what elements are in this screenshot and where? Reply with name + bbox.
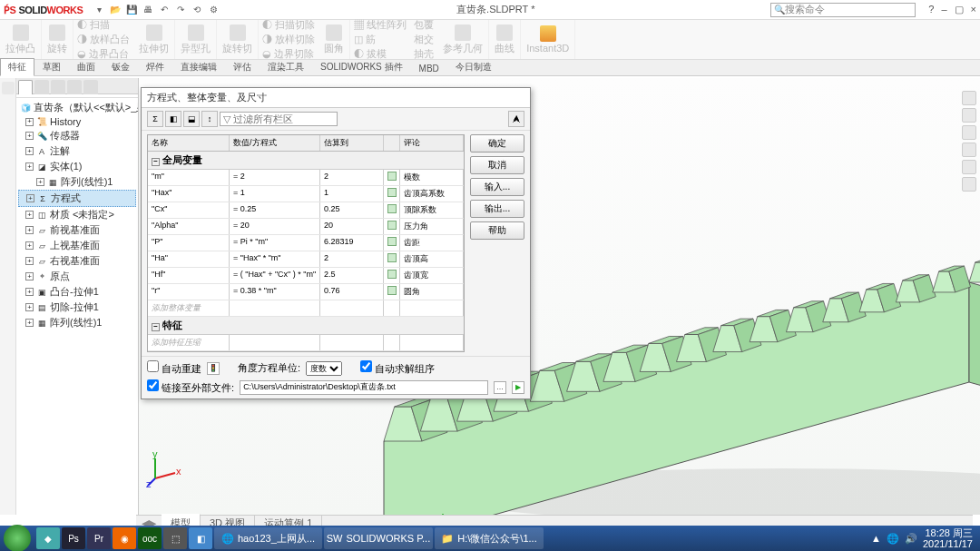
undo-icon[interactable]: ↶	[157, 3, 172, 17]
table-row[interactable]: "Hf"= ( "Hax" + "Cx" ) * "m"2.5齿顶宽	[148, 268, 464, 284]
view-icon[interactable]: ⬓	[183, 111, 200, 127]
table-row[interactable]: "P"= Pi * "m"6.28319齿距	[148, 235, 464, 251]
table-row-empty[interactable]: 添加整体变量	[148, 300, 464, 317]
taskbar-task[interactable]: 🌐hao123_上网从...	[214, 527, 322, 549]
tray-icon[interactable]: ▲	[871, 533, 881, 544]
tree-item[interactable]: +📜History	[18, 115, 136, 128]
expand-icon[interactable]: +	[25, 319, 34, 327]
new-icon[interactable]: ▾	[92, 3, 106, 17]
table-row[interactable]: "m"= 22模数	[148, 170, 464, 186]
taskbar-task[interactable]: SWSOLIDWORKS P...	[324, 527, 433, 549]
tree-item[interactable]: +🔦传感器	[18, 128, 136, 143]
help-icon[interactable]: ?	[928, 4, 934, 15]
feature-tree[interactable]: 🧊 直齿条（默认<<默认>_显示状态 1>） +📜History+🔦传感器+A注…	[16, 98, 138, 515]
export-button[interactable]: 输出...	[470, 200, 524, 218]
view-icon[interactable]: Σ	[147, 111, 163, 127]
help-button[interactable]: 帮助	[470, 221, 524, 240]
browse-icon[interactable]: …	[494, 381, 506, 394]
pinned-app[interactable]: Ps	[62, 527, 85, 549]
table-row[interactable]: "Hax"= 11齿顶高系数	[148, 186, 464, 202]
tab-直接编辑[interactable]: 直接编辑	[172, 58, 225, 75]
rebuild-icon[interactable]: 🚦	[207, 362, 220, 375]
view-icon[interactable]: ↕	[201, 111, 218, 127]
collapse-icon[interactable]: ⮝	[508, 111, 524, 127]
expand-icon[interactable]: +	[25, 241, 34, 250]
pinned-app[interactable]: ◆	[36, 527, 60, 549]
tab-MBD[interactable]: MBD	[411, 61, 447, 75]
fm-tab-tree[interactable]	[18, 80, 33, 94]
taskbar-task[interactable]: 📁H:\微信公众号\1...	[435, 527, 544, 549]
angle-unit-select[interactable]: 度数	[306, 361, 342, 376]
expand-icon[interactable]: +	[25, 132, 34, 140]
tree-item[interactable]: +▱上视基准面	[18, 238, 136, 253]
expand-icon[interactable]: +	[25, 272, 34, 280]
open-icon[interactable]: 📂	[108, 3, 122, 17]
open-file-icon[interactable]: ▶	[512, 381, 524, 394]
pinned-app[interactable]: ooc	[138, 527, 162, 549]
tree-item[interactable]: +Σ方程式	[18, 190, 136, 207]
taskpane-tab[interactable]	[962, 143, 976, 157]
equations-table[interactable]: 名称 数值/方程式 估算到 评论 −全局变量 "m"= 22模数"Hax"= 1…	[147, 134, 465, 352]
fm-tab-prop[interactable]	[34, 80, 49, 94]
expand-icon[interactable]: +	[36, 178, 44, 186]
table-row[interactable]: "r"= 0.38 * "m"0.76圆角	[148, 284, 464, 300]
start-button[interactable]	[4, 525, 31, 551]
expand-icon[interactable]: +	[25, 303, 34, 311]
tab-评估[interactable]: 评估	[225, 58, 260, 75]
link-file-check[interactable]: 链接至外部文件:	[147, 379, 234, 395]
tray-icon[interactable]: 🔊	[905, 533, 917, 545]
expand-icon[interactable]: +	[25, 288, 34, 296]
auto-solve-check[interactable]: 自动求解组序	[360, 360, 435, 376]
ok-button[interactable]: 确定	[470, 134, 524, 153]
taskpane-tab[interactable]	[962, 91, 976, 105]
group-global-vars[interactable]: −全局变量	[148, 152, 464, 170]
tree-item[interactable]: +A注解	[18, 143, 136, 159]
tab-今日制造[interactable]: 今日制造	[447, 58, 500, 75]
file-path-input[interactable]	[240, 380, 488, 395]
pinned-app[interactable]: ◉	[113, 527, 136, 549]
tree-item[interactable]: +◫材质 <未指定>	[18, 207, 136, 222]
tree-item[interactable]: +▱右视基准面	[18, 253, 136, 269]
search-input[interactable]: 🔍 搜索命令	[770, 3, 916, 17]
tree-item[interactable]: +▦阵列(线性)1	[18, 174, 136, 190]
tab-SOLIDWORKS 插件[interactable]: SOLIDWORKS 插件	[312, 58, 411, 75]
tab-特征[interactable]: 特征	[0, 58, 34, 76]
pinned-app[interactable]: ⬚	[163, 527, 187, 549]
expand-icon[interactable]: +	[25, 162, 34, 171]
tree-item[interactable]: +⌖原点	[18, 269, 136, 284]
fm-tab-disp[interactable]	[83, 80, 98, 94]
expand-icon[interactable]: +	[25, 118, 34, 126]
tree-item[interactable]: +◪实体(1)	[18, 159, 136, 174]
redo-icon[interactable]: ↷	[173, 3, 188, 17]
clock[interactable]: 18:28 周三2021/11/17	[923, 527, 973, 549]
import-button[interactable]: 输入...	[470, 178, 524, 196]
rebuild-icon[interactable]: ⟲	[190, 3, 204, 17]
taskpane-tab[interactable]	[962, 108, 976, 123]
tab-焊件[interactable]: 焊件	[138, 58, 172, 75]
table-row[interactable]: "Alpha"= 2020压力角	[148, 219, 464, 235]
system-tray[interactable]: ▲ 🌐 🔊 18:28 周三2021/11/17	[871, 527, 976, 549]
tree-item[interactable]: +▤切除-拉伸1	[18, 300, 136, 315]
print-icon[interactable]: 🖶	[141, 3, 155, 17]
tab-草图[interactable]: 草图	[34, 58, 69, 75]
view-icon[interactable]: ◧	[165, 111, 181, 127]
expand-icon[interactable]: +	[25, 257, 34, 265]
tab-渲染工具[interactable]: 渲染工具	[260, 58, 312, 75]
taskpane-tab[interactable]	[962, 125, 976, 140]
tab-曲面[interactable]: 曲面	[69, 58, 103, 75]
minimize-icon[interactable]: –	[941, 4, 946, 15]
tree-root[interactable]: 🧊 直齿条（默认<<默认>_显示状态 1>）	[18, 100, 136, 115]
pinned-app[interactable]: Pr	[87, 527, 111, 549]
pinned-app[interactable]: ◧	[189, 527, 212, 549]
view-triad[interactable]: x y z	[146, 451, 182, 487]
tray-icon[interactable]: 🌐	[887, 533, 899, 545]
save-icon[interactable]: 💾	[124, 3, 139, 17]
filter-input[interactable]: ▽ 过滤所有栏区	[220, 112, 338, 126]
fm-tab-dim[interactable]	[67, 80, 82, 94]
auto-rebuild-check[interactable]: 自动重建	[147, 360, 201, 376]
side-tab[interactable]	[2, 82, 15, 94]
expand-icon[interactable]: +	[26, 194, 34, 202]
fm-tab-config[interactable]	[51, 80, 65, 94]
tree-item[interactable]: +▱前视基准面	[18, 222, 136, 238]
expand-icon[interactable]: +	[25, 147, 34, 155]
